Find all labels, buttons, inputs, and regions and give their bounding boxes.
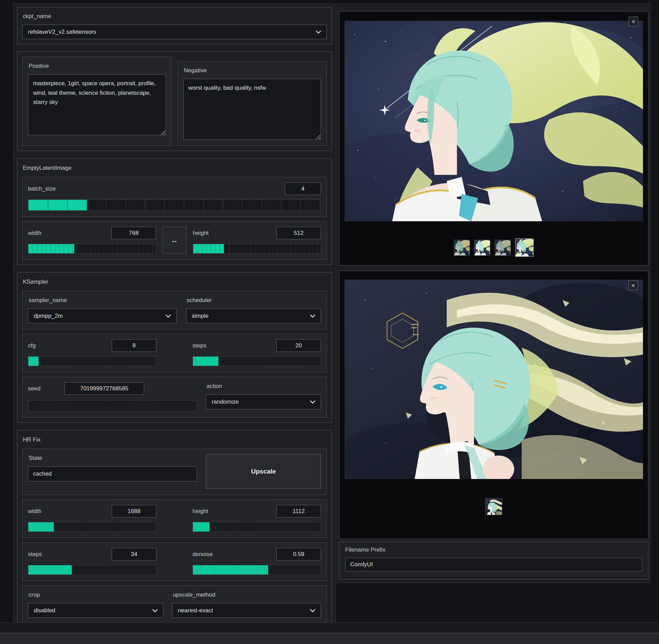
crop-upscale-method-group: crop disabled upscale_method nearest-exa… (22, 585, 327, 624)
cfg-slider[interactable] (28, 356, 156, 366)
ckpt-name-select[interactable]: refslaveV2_v2.safetensors (22, 25, 327, 39)
positive-prompt-textarea[interactable]: masterpiece, 1girl, space opera, portrai… (28, 74, 166, 135)
prompts-section: Positive masterpiece, 1girl, space opera… (17, 51, 332, 151)
sampler-scheduler-group: sampler_name dpmpp_2m scheduler simple (22, 291, 327, 329)
bottom-bar-dark (0, 623, 659, 633)
filename-prefix-panel: Filename Prefix (339, 542, 648, 580)
hr-width-label: width (28, 508, 42, 515)
filename-prefix-input[interactable] (345, 558, 642, 571)
upscale-method-select[interactable]: nearest-exact (172, 603, 321, 618)
steps-column: steps (193, 339, 321, 366)
state-input[interactable] (28, 466, 197, 481)
workflow-form-column: ckpt_name refslaveV2_v2.safetensors Posi… (13, 3, 336, 621)
swap-dimensions-button[interactable]: ↔ (163, 227, 186, 254)
sampler-name-column: sampler_name dpmpp_2m (28, 296, 177, 323)
latent-height-input[interactable] (276, 227, 321, 239)
crop-label: crop (29, 591, 163, 598)
thumbnail-1[interactable] (485, 498, 502, 515)
preview-panel-top: ✕ (339, 11, 648, 266)
batch-size-slider[interactable] (28, 199, 321, 211)
thumbnail-strip (339, 238, 648, 257)
hr-width-slider[interactable] (28, 522, 156, 532)
upscale-method-column: upscale_method nearest-exact (172, 591, 321, 618)
latent-width-column: width (28, 227, 156, 254)
scheduler-select[interactable]: simple (186, 309, 321, 323)
thumbnail-2[interactable] (474, 240, 490, 256)
thumbnail-image (495, 240, 510, 255)
steps-input[interactable] (276, 339, 321, 352)
latent-height-column: height (193, 227, 321, 254)
hr-width-input[interactable] (112, 505, 156, 518)
bottom-bar-light (0, 633, 659, 644)
state-upscale-group: State Upscale (22, 449, 327, 495)
hr-width-slider-fill (28, 522, 54, 531)
crop-select[interactable]: disabled (28, 603, 163, 618)
thumbnail-3[interactable] (495, 240, 511, 256)
seed-column: seed (28, 382, 197, 411)
cfg-input[interactable] (112, 339, 156, 352)
hr-height-input[interactable] (276, 505, 321, 518)
thumbnail-image (486, 498, 502, 515)
ksampler-section: KSampler sampler_name dpmpp_2m scheduler… (17, 272, 332, 423)
thumbnail-1[interactable] (454, 240, 470, 256)
latent-height-slider-fill (193, 244, 224, 253)
upscale-column: Upscale (206, 454, 321, 489)
upscale-button[interactable]: Upscale (206, 454, 321, 489)
action-select[interactable]: randomize (206, 394, 321, 409)
chevron-down-icon (152, 609, 158, 612)
hr-height-label: height (193, 508, 208, 515)
scheduler-column: scheduler simple (186, 296, 321, 323)
positive-prompt-label: Positive (29, 63, 166, 70)
denoise-column: denoise (193, 548, 321, 575)
hr-steps-label: steps (28, 551, 42, 558)
hr-height-slider[interactable] (193, 522, 321, 532)
comfyui-group-node-app: ckpt_name refslaveV2_v2.safetensors Posi… (0, 0, 659, 644)
upscale-method-value: nearest-exact (178, 607, 213, 614)
latent-width-slider-fill (28, 244, 74, 253)
hr-steps-denoise-group: steps denoise (22, 542, 327, 581)
hr-fix-section: HR Fix State Upscale width (17, 430, 332, 629)
scheduler-label: scheduler (187, 297, 321, 304)
latent-height-slider[interactable] (193, 244, 321, 254)
checkpoint-section: ckpt_name refslaveV2_v2.safetensors (17, 7, 332, 44)
batch-size-input[interactable] (285, 182, 321, 195)
ckpt-name-label: ckpt_name (23, 13, 327, 20)
seed-slider[interactable] (28, 400, 197, 411)
upscaled-image-preview (344, 280, 643, 479)
hr-steps-input[interactable] (112, 548, 156, 560)
cfg-column: cfg (28, 339, 156, 366)
hr-size-group: width height (22, 499, 327, 538)
denoise-input[interactable] (276, 548, 321, 560)
cfg-label: cfg (28, 342, 36, 349)
seed-input[interactable] (64, 382, 144, 395)
crop-column: crop disabled (28, 591, 163, 618)
close-icon[interactable]: ✕ (628, 281, 638, 290)
sampler-name-select[interactable]: dpmpp_2m (28, 309, 177, 323)
hr-steps-column: steps (28, 548, 156, 575)
empty-latent-image-section: EmptyLatentImage batch_size width (17, 158, 332, 265)
close-icon[interactable]: ✕ (629, 17, 638, 26)
hr-steps-slider[interactable] (28, 565, 156, 575)
generated-image-preview (344, 21, 643, 221)
negative-prompt-label: Negative (184, 67, 321, 74)
seed-label: seed (28, 385, 41, 392)
batch-size-group: batch_size (22, 177, 327, 217)
latent-width-input[interactable] (111, 227, 156, 239)
batch-size-slider-fill (28, 200, 87, 210)
latent-size-group: width ↔ height (22, 221, 327, 260)
ckpt-name-value: refslaveV2_v2.safetensors (28, 29, 96, 35)
latent-width-slider[interactable] (28, 244, 156, 254)
negative-prompt-textarea[interactable]: worst quality, bad quality, nsfw (183, 79, 321, 140)
hr-height-slider-fill (193, 522, 210, 531)
steps-label: steps (193, 342, 206, 349)
steps-slider[interactable] (193, 356, 321, 366)
sampler-name-value: dpmpp_2m (34, 313, 63, 319)
denoise-slider[interactable] (193, 565, 321, 575)
empty-latent-image-title: EmptyLatentImage (23, 165, 326, 171)
chevron-down-icon (316, 30, 321, 34)
thumbnail-4-selected[interactable] (515, 238, 534, 257)
steps-slider-fill (193, 357, 218, 366)
denoise-label: denoise (193, 551, 213, 558)
batch-size-label: batch_size (28, 185, 56, 192)
preview-panel-bottom: ✕ (339, 271, 648, 539)
